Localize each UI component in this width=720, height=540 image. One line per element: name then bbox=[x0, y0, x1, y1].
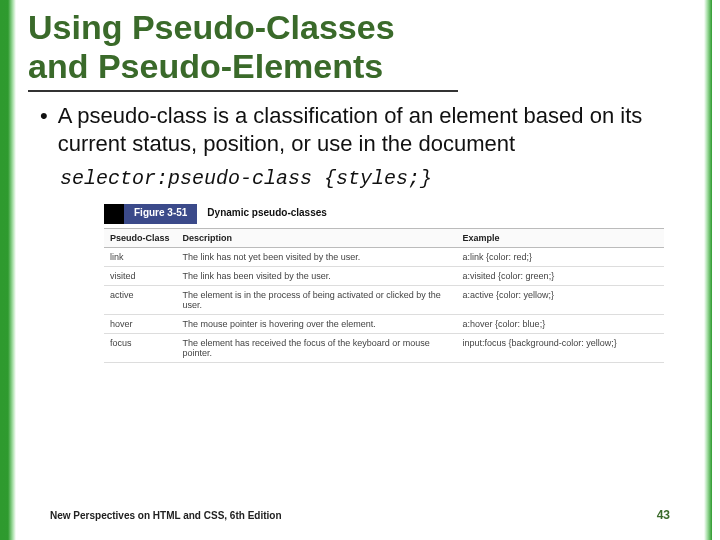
col-description: Description bbox=[177, 229, 457, 248]
footer: New Perspectives on HTML and CSS, 6th Ed… bbox=[50, 508, 670, 522]
syntax-line: selector:pseudo-class {styles;} bbox=[60, 167, 692, 190]
footer-book: New Perspectives on HTML and CSS, 6th Ed… bbox=[50, 510, 282, 521]
cell-pc: active bbox=[104, 286, 177, 315]
cell-desc: The element has received the focus of th… bbox=[177, 334, 457, 363]
cell-pc: visited bbox=[104, 267, 177, 286]
cell-desc: The element is in the process of being a… bbox=[177, 286, 457, 315]
table-row: link The link has not yet been visited b… bbox=[104, 248, 664, 267]
table-row: visited The link has been visited by the… bbox=[104, 267, 664, 286]
page-number: 43 bbox=[657, 508, 670, 522]
col-example: Example bbox=[457, 229, 664, 248]
cell-pc: focus bbox=[104, 334, 177, 363]
cell-ex: input:focus {background-color: yellow;} bbox=[457, 334, 664, 363]
slide-title: Using Pseudo-Classes and Pseudo-Elements bbox=[28, 8, 458, 92]
cell-ex: a:hover {color: blue;} bbox=[457, 315, 664, 334]
bullet-text: A pseudo-class is a classification of an… bbox=[58, 102, 692, 157]
bullet-marker: • bbox=[40, 102, 48, 157]
table-row: active The element is in the process of … bbox=[104, 286, 664, 315]
figure-caption: Dynamic pseudo-classes bbox=[197, 204, 337, 224]
cell-desc: The link has not yet been visited by the… bbox=[177, 248, 457, 267]
figure-strip bbox=[104, 204, 124, 224]
slide-content: Using Pseudo-Classes and Pseudo-Elements… bbox=[28, 8, 692, 532]
figure: Figure 3-51 Dynamic pseudo-classes Pseud… bbox=[104, 204, 664, 363]
bullet-item: • A pseudo-class is a classification of … bbox=[40, 102, 692, 157]
slide: Using Pseudo-Classes and Pseudo-Elements… bbox=[0, 0, 720, 540]
cell-pc: link bbox=[104, 248, 177, 267]
table-header-row: Pseudo-Class Description Example bbox=[104, 229, 664, 248]
figure-label: Figure 3-51 bbox=[124, 204, 197, 224]
cell-ex: a:link {color: red;} bbox=[457, 248, 664, 267]
cell-ex: a:active {color: yellow;} bbox=[457, 286, 664, 315]
cell-ex: a:visited {color: green;} bbox=[457, 267, 664, 286]
cell-desc: The link has been visited by the user. bbox=[177, 267, 457, 286]
cell-pc: hover bbox=[104, 315, 177, 334]
cell-desc: The mouse pointer is hovering over the e… bbox=[177, 315, 457, 334]
table-row: hover The mouse pointer is hovering over… bbox=[104, 315, 664, 334]
figure-header: Figure 3-51 Dynamic pseudo-classes bbox=[104, 204, 664, 224]
pseudo-class-table: Pseudo-Class Description Example link Th… bbox=[104, 228, 664, 363]
col-pseudo-class: Pseudo-Class bbox=[104, 229, 177, 248]
table-row: focus The element has received the focus… bbox=[104, 334, 664, 363]
